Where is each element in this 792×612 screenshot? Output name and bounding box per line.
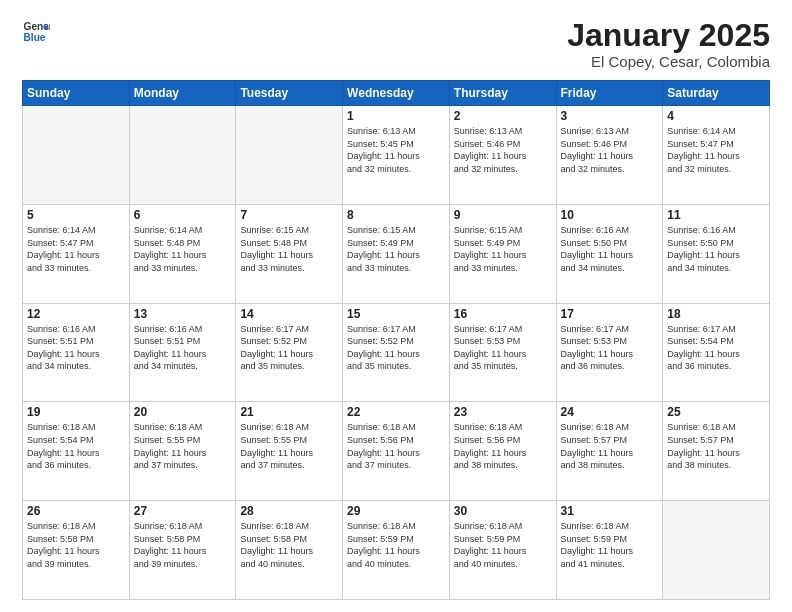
cell-info: Sunrise: 6:15 AM Sunset: 5:49 PM Dayligh…	[347, 224, 445, 274]
subtitle: El Copey, Cesar, Colombia	[567, 53, 770, 70]
cell-info: Sunrise: 6:14 AM Sunset: 5:47 PM Dayligh…	[667, 125, 765, 175]
day-number: 3	[561, 109, 659, 123]
cal-cell: 29Sunrise: 6:18 AM Sunset: 5:59 PM Dayli…	[343, 501, 450, 600]
day-number: 11	[667, 208, 765, 222]
cell-info: Sunrise: 6:18 AM Sunset: 5:55 PM Dayligh…	[240, 421, 338, 471]
day-number: 19	[27, 405, 125, 419]
cell-info: Sunrise: 6:17 AM Sunset: 5:53 PM Dayligh…	[561, 323, 659, 373]
cell-info: Sunrise: 6:14 AM Sunset: 5:47 PM Dayligh…	[27, 224, 125, 274]
day-number: 15	[347, 307, 445, 321]
cell-info: Sunrise: 6:16 AM Sunset: 5:51 PM Dayligh…	[27, 323, 125, 373]
cal-cell: 8Sunrise: 6:15 AM Sunset: 5:49 PM Daylig…	[343, 204, 450, 303]
cal-cell: 11Sunrise: 6:16 AM Sunset: 5:50 PM Dayli…	[663, 204, 770, 303]
day-number: 27	[134, 504, 232, 518]
cal-cell: 19Sunrise: 6:18 AM Sunset: 5:54 PM Dayli…	[23, 402, 130, 501]
day-number: 13	[134, 307, 232, 321]
cell-info: Sunrise: 6:16 AM Sunset: 5:50 PM Dayligh…	[667, 224, 765, 274]
cell-info: Sunrise: 6:18 AM Sunset: 5:58 PM Dayligh…	[27, 520, 125, 570]
cell-info: Sunrise: 6:18 AM Sunset: 5:56 PM Dayligh…	[347, 421, 445, 471]
cell-info: Sunrise: 6:13 AM Sunset: 5:46 PM Dayligh…	[454, 125, 552, 175]
cal-cell	[236, 106, 343, 205]
cal-cell: 27Sunrise: 6:18 AM Sunset: 5:58 PM Dayli…	[129, 501, 236, 600]
cell-info: Sunrise: 6:17 AM Sunset: 5:53 PM Dayligh…	[454, 323, 552, 373]
cal-cell: 21Sunrise: 6:18 AM Sunset: 5:55 PM Dayli…	[236, 402, 343, 501]
day-number: 18	[667, 307, 765, 321]
cell-info: Sunrise: 6:17 AM Sunset: 5:52 PM Dayligh…	[347, 323, 445, 373]
day-number: 28	[240, 504, 338, 518]
week-row-5: 26Sunrise: 6:18 AM Sunset: 5:58 PM Dayli…	[23, 501, 770, 600]
header-sunday: Sunday	[23, 81, 130, 106]
header-monday: Monday	[129, 81, 236, 106]
cell-info: Sunrise: 6:16 AM Sunset: 5:50 PM Dayligh…	[561, 224, 659, 274]
cal-cell: 13Sunrise: 6:16 AM Sunset: 5:51 PM Dayli…	[129, 303, 236, 402]
cal-cell: 2Sunrise: 6:13 AM Sunset: 5:46 PM Daylig…	[449, 106, 556, 205]
day-number: 6	[134, 208, 232, 222]
day-number: 22	[347, 405, 445, 419]
cal-cell: 12Sunrise: 6:16 AM Sunset: 5:51 PM Dayli…	[23, 303, 130, 402]
day-number: 25	[667, 405, 765, 419]
day-number: 10	[561, 208, 659, 222]
page: General Blue January 2025 El Copey, Cesa…	[0, 0, 792, 612]
header: General Blue January 2025 El Copey, Cesa…	[22, 18, 770, 70]
cell-info: Sunrise: 6:17 AM Sunset: 5:54 PM Dayligh…	[667, 323, 765, 373]
header-thursday: Thursday	[449, 81, 556, 106]
cal-cell: 14Sunrise: 6:17 AM Sunset: 5:52 PM Dayli…	[236, 303, 343, 402]
cal-cell: 16Sunrise: 6:17 AM Sunset: 5:53 PM Dayli…	[449, 303, 556, 402]
cell-info: Sunrise: 6:18 AM Sunset: 5:59 PM Dayligh…	[347, 520, 445, 570]
week-row-3: 12Sunrise: 6:16 AM Sunset: 5:51 PM Dayli…	[23, 303, 770, 402]
title-block: January 2025 El Copey, Cesar, Colombia	[567, 18, 770, 70]
cal-cell: 10Sunrise: 6:16 AM Sunset: 5:50 PM Dayli…	[556, 204, 663, 303]
calendar-table: Sunday Monday Tuesday Wednesday Thursday…	[22, 80, 770, 600]
day-number: 16	[454, 307, 552, 321]
cal-cell: 1Sunrise: 6:13 AM Sunset: 5:45 PM Daylig…	[343, 106, 450, 205]
cell-info: Sunrise: 6:18 AM Sunset: 5:54 PM Dayligh…	[27, 421, 125, 471]
cell-info: Sunrise: 6:13 AM Sunset: 5:45 PM Dayligh…	[347, 125, 445, 175]
day-number: 23	[454, 405, 552, 419]
day-number: 1	[347, 109, 445, 123]
svg-text:Blue: Blue	[24, 32, 46, 43]
day-number: 21	[240, 405, 338, 419]
cal-cell: 23Sunrise: 6:18 AM Sunset: 5:56 PM Dayli…	[449, 402, 556, 501]
cell-info: Sunrise: 6:17 AM Sunset: 5:52 PM Dayligh…	[240, 323, 338, 373]
cell-info: Sunrise: 6:18 AM Sunset: 5:59 PM Dayligh…	[454, 520, 552, 570]
day-number: 14	[240, 307, 338, 321]
logo: General Blue	[22, 18, 50, 46]
cal-cell: 15Sunrise: 6:17 AM Sunset: 5:52 PM Dayli…	[343, 303, 450, 402]
cal-cell: 18Sunrise: 6:17 AM Sunset: 5:54 PM Dayli…	[663, 303, 770, 402]
week-row-1: 1Sunrise: 6:13 AM Sunset: 5:45 PM Daylig…	[23, 106, 770, 205]
cal-cell: 5Sunrise: 6:14 AM Sunset: 5:47 PM Daylig…	[23, 204, 130, 303]
cal-cell: 26Sunrise: 6:18 AM Sunset: 5:58 PM Dayli…	[23, 501, 130, 600]
cal-cell: 22Sunrise: 6:18 AM Sunset: 5:56 PM Dayli…	[343, 402, 450, 501]
cal-cell: 9Sunrise: 6:15 AM Sunset: 5:49 PM Daylig…	[449, 204, 556, 303]
day-number: 29	[347, 504, 445, 518]
day-number: 26	[27, 504, 125, 518]
day-number: 4	[667, 109, 765, 123]
cell-info: Sunrise: 6:18 AM Sunset: 5:58 PM Dayligh…	[134, 520, 232, 570]
day-number: 2	[454, 109, 552, 123]
cal-cell: 28Sunrise: 6:18 AM Sunset: 5:58 PM Dayli…	[236, 501, 343, 600]
header-row: Sunday Monday Tuesday Wednesday Thursday…	[23, 81, 770, 106]
cal-cell: 17Sunrise: 6:17 AM Sunset: 5:53 PM Dayli…	[556, 303, 663, 402]
day-number: 9	[454, 208, 552, 222]
cell-info: Sunrise: 6:18 AM Sunset: 5:55 PM Dayligh…	[134, 421, 232, 471]
day-number: 7	[240, 208, 338, 222]
week-row-2: 5Sunrise: 6:14 AM Sunset: 5:47 PM Daylig…	[23, 204, 770, 303]
header-tuesday: Tuesday	[236, 81, 343, 106]
day-number: 20	[134, 405, 232, 419]
cell-info: Sunrise: 6:15 AM Sunset: 5:48 PM Dayligh…	[240, 224, 338, 274]
cell-info: Sunrise: 6:18 AM Sunset: 5:58 PM Dayligh…	[240, 520, 338, 570]
cal-cell: 7Sunrise: 6:15 AM Sunset: 5:48 PM Daylig…	[236, 204, 343, 303]
cal-cell: 6Sunrise: 6:14 AM Sunset: 5:48 PM Daylig…	[129, 204, 236, 303]
cal-cell: 4Sunrise: 6:14 AM Sunset: 5:47 PM Daylig…	[663, 106, 770, 205]
cell-info: Sunrise: 6:15 AM Sunset: 5:49 PM Dayligh…	[454, 224, 552, 274]
cal-cell: 30Sunrise: 6:18 AM Sunset: 5:59 PM Dayli…	[449, 501, 556, 600]
cell-info: Sunrise: 6:18 AM Sunset: 5:56 PM Dayligh…	[454, 421, 552, 471]
cal-cell: 31Sunrise: 6:18 AM Sunset: 5:59 PM Dayli…	[556, 501, 663, 600]
cal-cell	[663, 501, 770, 600]
cell-info: Sunrise: 6:18 AM Sunset: 5:57 PM Dayligh…	[667, 421, 765, 471]
day-number: 31	[561, 504, 659, 518]
cal-cell: 20Sunrise: 6:18 AM Sunset: 5:55 PM Dayli…	[129, 402, 236, 501]
day-number: 24	[561, 405, 659, 419]
day-number: 12	[27, 307, 125, 321]
day-number: 17	[561, 307, 659, 321]
